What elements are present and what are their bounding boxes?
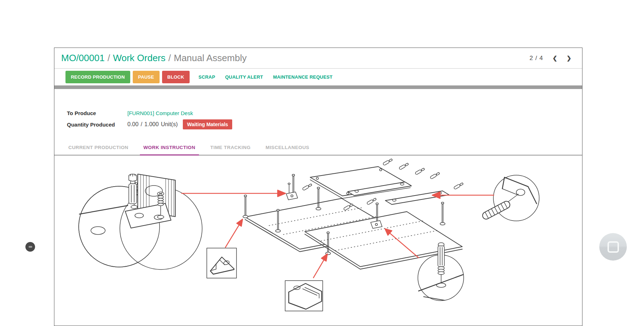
maintenance-request-button[interactable]: MAINTENANCE REQUEST [269,71,336,83]
quantity-produced-row: Quantity Produced 0.00/1.000Unit(s) Wait… [67,119,582,129]
breadcrumb-bar: MO/00001/Work Orders/Manual Assembly 2 /… [54,48,582,69]
exploded-panels [243,158,464,269]
breadcrumb-separator: / [107,53,110,63]
quantity-value: 0.00/1.000Unit(s) [127,121,180,128]
pause-button[interactable]: PAUSE [133,71,160,83]
tab-miscellaneous[interactable]: MISCELLANEOUS [262,145,313,155]
callout-square-left [207,248,236,278]
breadcrumb-workorders-link[interactable]: Work Orders [113,53,166,63]
pager: 2 / 4 ❮ ❯ [530,55,571,62]
camera-lens [29,246,32,248]
callout-circle-left [79,174,202,270]
to-produce-row: To Produce [FURN001] Computer Desk [67,108,582,118]
tab-bar: CURRENT PRODUCTION WORK INSTRUCTION TIME… [54,145,582,155]
status-badge: Waiting Materials [183,119,233,129]
pager-count: 2 / 4 [530,55,543,62]
home-button[interactable] [599,233,627,261]
quality-alert-button[interactable]: QUALITY ALERT [221,71,267,83]
tab-current-production[interactable]: CURRENT PRODUCTION [65,145,132,155]
scrap-button[interactable]: SCRAP [195,71,219,83]
breadcrumb: MO/00001/Work Orders/Manual Assembly [61,53,247,64]
breadcrumb-separator: / [169,53,171,63]
quantity-produced-label: Quantity Produced [67,122,127,128]
tab-work-instruction[interactable]: WORK INSTRUCTION [140,145,199,155]
page-title: Manual Assembly [174,53,247,63]
camera-dot [25,242,35,252]
tab-time-tracking[interactable]: TIME TRACKING [207,145,254,155]
divider-bar [54,85,582,89]
chevron-left-icon[interactable]: ❮ [552,55,557,61]
tablet-screen: { "colors": { "link_teal": "#00A884", "b… [0,0,644,326]
home-square-icon [608,241,619,253]
dowel-pin-icon [129,174,137,204]
work-instruction-diagram [54,155,582,323]
chevron-right-icon[interactable]: ❯ [567,55,571,61]
product-link[interactable]: [FURN001] Computer Desk [127,110,193,116]
callout-circle-right [481,175,539,221]
to-produce-label: To Produce [67,110,127,116]
record-production-button[interactable]: RECORD PRODUCTION [65,71,130,83]
order-details: To Produce [FURN001] Computer Desk Quant… [54,108,582,129]
breadcrumb-mo-link[interactable]: MO/00001 [61,53,104,63]
action-toolbar: RECORD PRODUCTION PAUSE BLOCK SCRAP QUAL… [54,69,582,85]
callout-square-bottom [285,281,323,311]
work-order-card: MO/00001/Work Orders/Manual Assembly 2 /… [54,48,582,326]
block-button[interactable]: BLOCK [162,71,190,83]
